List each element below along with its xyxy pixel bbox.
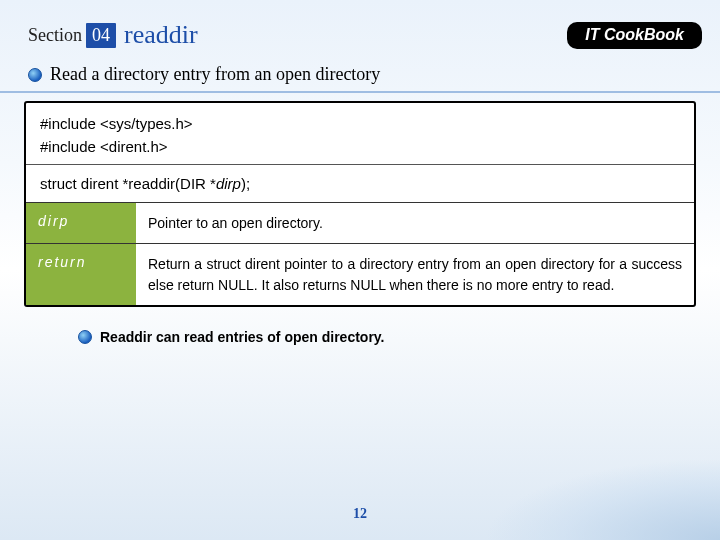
code-box: #include <sys/types.h> #include <dirent.… bbox=[24, 101, 696, 307]
keyboard-decoration bbox=[460, 420, 720, 540]
spec-table: dirp Pointer to an open directory. retur… bbox=[26, 202, 694, 305]
section-number: 04 bbox=[86, 23, 116, 48]
intro-text: Read a directory entry from an open dire… bbox=[50, 64, 380, 85]
intro-row: Read a directory entry from an open dire… bbox=[0, 62, 720, 93]
code-includes: #include <sys/types.h> #include <dirent.… bbox=[26, 103, 694, 164]
param-desc: Pointer to an open directory. bbox=[136, 203, 694, 244]
table-row: return Return a struct dirent pointer to… bbox=[26, 244, 694, 305]
sig-param: dirp bbox=[216, 175, 241, 192]
bullet-icon bbox=[28, 68, 42, 82]
param-name: dirp bbox=[26, 203, 136, 244]
bullet-icon bbox=[78, 330, 92, 344]
brand-badge: IT CookBook bbox=[567, 22, 702, 49]
include-line-1: #include <sys/types.h> bbox=[40, 113, 680, 136]
sig-prefix: struct dirent *readdir(DIR * bbox=[40, 175, 216, 192]
note-row: Readdir can read entries of open directo… bbox=[0, 307, 720, 345]
function-signature: struct dirent *readdir(DIR *dirp); bbox=[26, 164, 694, 202]
return-name: return bbox=[26, 244, 136, 305]
table-row: dirp Pointer to an open directory. bbox=[26, 203, 694, 244]
return-desc: Return a struct dirent pointer to a dire… bbox=[136, 244, 694, 305]
include-line-2: #include <dirent.h> bbox=[40, 136, 680, 159]
sig-suffix: ); bbox=[241, 175, 250, 192]
note-text: Readdir can read entries of open directo… bbox=[100, 329, 384, 345]
section-label: Section bbox=[28, 25, 82, 46]
page-title: readdir bbox=[124, 20, 198, 50]
page-number: 12 bbox=[0, 506, 720, 522]
